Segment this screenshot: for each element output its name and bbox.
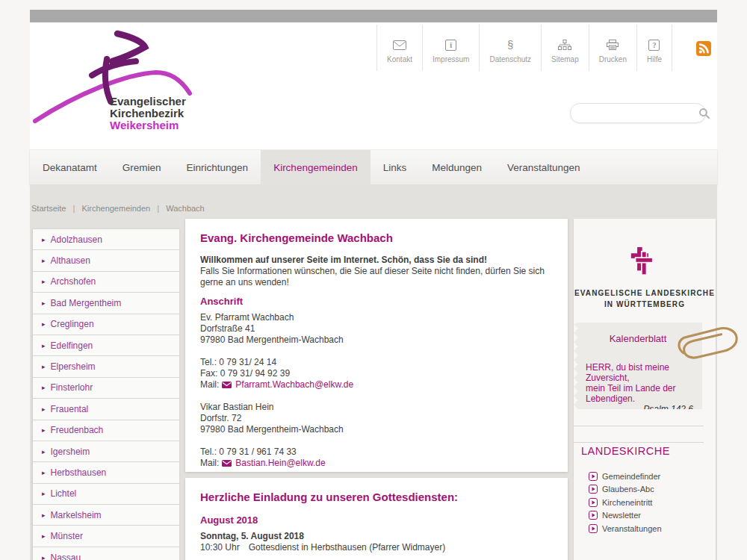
divider: [574, 442, 704, 443]
service-desc: Gottesdienst in Herbsthausen (Pfarrer Wi…: [249, 542, 445, 553]
triangle-bullet-icon: ▸: [42, 363, 46, 370]
kalenderblatt-widget: Kalenderblatt HERR, du bist meine Zuvers…: [574, 323, 702, 409]
toolbar-item-drucken[interactable]: Drucken: [589, 25, 636, 71]
sidebar-item-igersheim[interactable]: ▸Igersheim: [33, 441, 179, 462]
service-time: 10:30 Uhr: [200, 542, 240, 553]
toolbar-item-datenschutz[interactable]: § Datenschutz: [479, 25, 541, 71]
page: Evangelischer Kirchenbezirk Weikersheim …: [0, 0, 747, 560]
envelope-icon: [222, 382, 232, 388]
triangle-bullet-icon: ▸: [42, 532, 46, 540]
toolbar-label: Hilfe: [647, 55, 662, 63]
kalenderblatt-title: Kalenderblatt: [574, 333, 702, 344]
play-arrow-icon: [589, 472, 598, 481]
printer-icon: [607, 38, 619, 52]
sidebar-item-markelsheim[interactable]: ▸Markelsheim: [33, 505, 179, 526]
content-area: Startseite | Kirchengemeinden | Wachbach…: [30, 184, 717, 560]
nav-item-einrichtungen[interactable]: Einrichtungen: [174, 150, 261, 185]
mail-label: Mail:: [200, 379, 219, 391]
sidebar-item-muenster[interactable]: ▸Münster: [33, 526, 179, 547]
link-glaubens-abc[interactable]: Glaubens-Abc: [589, 483, 662, 497]
toolbar-item-impressum[interactable]: i Impressum: [422, 25, 479, 71]
toolbar-label: Sitemap: [551, 55, 579, 63]
sidebar-item-althausen[interactable]: ▸Althausen: [33, 250, 179, 271]
sidebar-item-nassau[interactable]: ▸Nassau: [33, 547, 179, 560]
sidebar-item-adolzhausen[interactable]: ▸Adolzhausen: [33, 229, 179, 250]
mail1-link[interactable]: Pfarramt.Wachbach@elkw.de: [235, 379, 353, 391]
landeskirche-cross-icon: [574, 244, 716, 281]
play-arrow-icon: [589, 524, 598, 533]
envelope-icon: [222, 460, 232, 467]
breadcrumb-wachbach: Wachbach: [166, 204, 205, 213]
link-gemeindefinder[interactable]: Gemeindefinder: [589, 470, 662, 483]
nav-item-meldungen[interactable]: Meldungen: [419, 150, 495, 185]
info-icon: i: [445, 38, 456, 52]
landeskirche-logo[interactable]: EVANGELISCHE LANDESKIRCHE IN WÜRTTEMBERG: [574, 244, 716, 310]
welcome-bold-line: Willkommen auf unserer Seite im Internet…: [200, 255, 553, 266]
sidebar-item-herbsthausen[interactable]: ▸Herbsthausen: [33, 462, 179, 483]
mail2-link[interactable]: Bastian.Hein@elkw.de: [235, 458, 325, 469]
toolbar-item-kontakt[interactable]: Kontakt: [376, 25, 422, 71]
search-icon[interactable]: [698, 108, 710, 119]
sidebar-item-archshofen[interactable]: ▸Archshofen: [33, 272, 179, 293]
search-input[interactable]: [580, 106, 698, 121]
service-date: Sonntag, 5. August 2018: [200, 531, 553, 542]
triangle-bullet-icon: ▸: [42, 257, 46, 264]
logo-line3: Weikersheim: [110, 119, 186, 131]
right-column: EVANGELISCHE LANDESKIRCHE IN WÜRTTEMBERG…: [574, 219, 716, 560]
address2-line: Dorfstr. 72: [200, 413, 553, 424]
landeskirche-heading: LANDESKIRCHE: [581, 445, 670, 457]
mail2-line: Mail: Bastian.Hein@elkw.de: [200, 458, 553, 469]
address1-line: 97980 Bad Mergentheim-Wachbach: [200, 335, 553, 346]
triangle-bullet-icon: ▸: [42, 384, 46, 391]
tel1-line: Tel.: 0 79 31/ 24 14: [200, 357, 553, 368]
nav-item-gremien[interactable]: Gremien: [110, 150, 174, 185]
sidebar-item-finsterlohr[interactable]: ▸Finsterlohr: [33, 378, 179, 399]
nav-item-kirchengemeinden[interactable]: Kirchengemeinden: [261, 150, 371, 185]
logo-text: Evangelischer Kirchenbezirk Weikersheim: [110, 96, 186, 131]
sidebar-item-lichtel[interactable]: ▸Lichtel: [33, 484, 179, 505]
service-toolbar: Kontakt i Impressum § Datenschutz Sitema…: [376, 25, 672, 71]
main-nav: Dekanatamt Gremien Einrichtungen Kirchen…: [30, 149, 717, 185]
logo-line2: Kirchenbezirk: [110, 108, 186, 119]
toolbar-item-sitemap[interactable]: Sitemap: [541, 25, 589, 71]
sitemap-icon: [558, 38, 571, 52]
triangle-bullet-icon: ▸: [42, 426, 46, 434]
link-veranstaltungen[interactable]: Veranstaltungen: [589, 522, 662, 535]
landeskirche-logo-line1: EVANGELISCHE LANDESKIRCHE: [574, 287, 716, 299]
breadcrumb-separator: |: [152, 204, 164, 213]
link-kircheneintritt[interactable]: Kircheneintritt: [589, 496, 662, 509]
sidebar-item-frauental[interactable]: ▸Frauental: [33, 399, 179, 420]
toolbar-label: Drucken: [599, 55, 627, 63]
triangle-bullet-icon: ▸: [42, 278, 46, 285]
nav-item-dekanatamt[interactable]: Dekanatamt: [30, 150, 110, 185]
top-gray-bar: [30, 10, 717, 22]
sidebar-item-bad-mergentheim[interactable]: ▸Bad Mergentheim: [33, 293, 179, 314]
toolbar-label: Kontakt: [387, 55, 412, 63]
triangle-bullet-icon: ▸: [42, 299, 46, 307]
sidebar-item-edelfingen[interactable]: ▸Edelfingen: [33, 335, 179, 356]
link-newsletter[interactable]: Newsletter: [589, 509, 662, 523]
sidebar-item-freudenbach[interactable]: ▸Freudenbach: [33, 420, 179, 441]
sidebar-item-creglingen[interactable]: ▸Creglingen: [33, 314, 179, 335]
welcome-text-line: Falls Sie Informationen wünschen, die Si…: [200, 266, 553, 288]
nav-item-links[interactable]: Links: [371, 150, 420, 185]
breadcrumb: Startseite | Kirchengemeinden | Wachbach: [31, 204, 205, 213]
help-icon: ?: [648, 38, 660, 52]
breadcrumb-kirchengemeinden[interactable]: Kirchengemeinden: [81, 204, 150, 213]
address2-line: Vikar Bastian Hein: [200, 402, 553, 413]
rss-icon[interactable]: [696, 41, 711, 56]
breadcrumb-startseite[interactable]: Startseite: [31, 204, 66, 213]
triangle-bullet-icon: ▸: [42, 236, 46, 243]
mail-label: Mail:: [200, 458, 219, 469]
address1-line: Ev. Pfarramt Wachbach: [200, 312, 553, 323]
site-logo[interactable]: Evangelischer Kirchenbezirk Weikersheim: [33, 24, 249, 147]
kalenderblatt-verse: HERR, du bist meine Zuversicht, mein Tei…: [586, 362, 702, 404]
parish-sidebar: ▸Adolzhausen ▸Althausen ▸Archshofen ▸Bad…: [32, 228, 179, 560]
nav-item-veranstaltungen[interactable]: Veranstaltungen: [495, 150, 593, 185]
services-box: Herzliche Einladung zu unseren Gottesdie…: [185, 478, 568, 560]
toolbar-item-hilfe[interactable]: ? Hilfe: [636, 25, 672, 71]
parish-info-box: Evang. Kirchengemeinde Wachbach Willkomm…: [185, 219, 568, 472]
triangle-bullet-icon: ▸: [42, 405, 46, 413]
sidebar-item-elpersheim[interactable]: ▸Elpersheim: [33, 356, 179, 377]
triangle-bullet-icon: ▸: [42, 469, 46, 476]
